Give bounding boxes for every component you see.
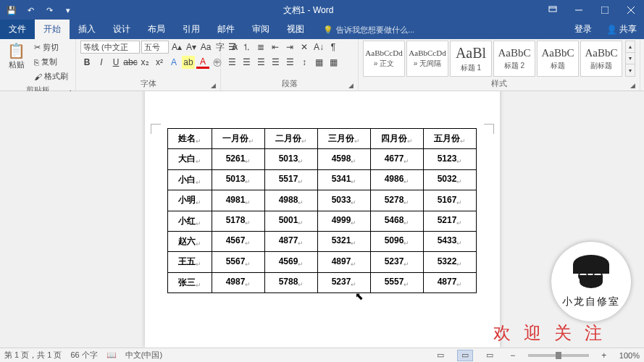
style-item[interactable]: AaBbC标题 [537, 41, 579, 77]
save-button[interactable]: 💾 [3, 1, 20, 19]
table-cell[interactable]: 三月份↵ [318, 129, 371, 149]
table-cell[interactable]: 王五↵ [168, 252, 212, 272]
borders-button[interactable]: ▦ [327, 56, 340, 69]
tab-file[interactable]: 文件 [0, 20, 35, 39]
bold-button[interactable]: B [80, 56, 93, 69]
table-cell[interactable]: 大白↵ [168, 149, 212, 169]
increase-indent-button[interactable]: ⇥ [283, 41, 296, 54]
table-cell[interactable]: 五月份↵ [424, 129, 477, 149]
qat-customize-button[interactable]: ▾ [59, 1, 77, 19]
table-row[interactable]: 小明↵4981↵4988↵5033↵5278↵5167↵ [168, 190, 477, 211]
underline-button[interactable]: U [109, 56, 122, 69]
table-cell[interactable]: 4567↵ [212, 231, 265, 251]
style-item[interactable]: AaBl标题 1 [450, 41, 492, 77]
table-cell[interactable]: 5278↵ [371, 190, 424, 211]
table-row[interactable]: 小白↵5013↵5517↵5341↵4986↵5032↵ [168, 169, 477, 190]
table-cell[interactable]: 4987↵ [212, 272, 265, 292]
tab-home[interactable]: 开始 [35, 20, 70, 39]
strikethrough-button[interactable]: abc [124, 56, 137, 69]
document-area[interactable]: 姓名↵一月份↵二月份↵三月份↵四月份↵五月份↵大白↵5261↵5013↵4598… [0, 91, 644, 348]
redo-button[interactable]: ↷ [41, 1, 58, 19]
table-header-row[interactable]: 姓名↵一月份↵二月份↵三月份↵四月份↵五月份↵ [168, 129, 477, 149]
word-count[interactable]: 66 个字 [70, 350, 97, 361]
zoom-in-button[interactable]: + [598, 349, 611, 362]
ribbon-options-button[interactable] [540, 0, 566, 20]
zoom-slider[interactable] [528, 354, 589, 357]
table-cell[interactable]: 4999↵ [318, 211, 371, 231]
maximize-button[interactable] [592, 0, 618, 20]
table-cell[interactable]: 小红↵ [168, 211, 212, 231]
font-family-select[interactable]: 等线 (中文正 [80, 41, 140, 54]
table-cell[interactable]: 5261↵ [212, 149, 265, 169]
justify-button[interactable]: ☰ [269, 56, 282, 69]
undo-button[interactable]: ↶ [22, 1, 39, 19]
table-cell[interactable]: 4877↵ [424, 272, 477, 292]
dialog-launcher-icon[interactable]: ◢ [211, 82, 216, 89]
align-right-button[interactable]: ☰ [254, 56, 267, 69]
distributed-button[interactable]: ☰ [283, 56, 296, 69]
decrease-indent-button[interactable]: ⇤ [269, 41, 282, 54]
table-cell[interactable]: 5167↵ [424, 190, 477, 211]
numbering-button[interactable]: ⒈ [240, 41, 253, 54]
table-cell[interactable]: 5567↵ [212, 252, 265, 272]
font-color-button[interactable]: A [196, 56, 209, 69]
table-cell[interactable]: 5788↵ [265, 272, 318, 292]
table-cell[interactable]: 5123↵ [424, 149, 477, 169]
signin-button[interactable]: 登录 [567, 20, 599, 39]
tab-view[interactable]: 视图 [278, 20, 313, 39]
superscript-button[interactable]: x² [153, 56, 166, 69]
style-item[interactable]: AaBbC副标题 [580, 41, 622, 77]
table-cell[interactable]: 5217↵ [424, 211, 477, 231]
table-cell[interactable]: 小明↵ [168, 190, 212, 211]
table-cell[interactable]: 5341↵ [318, 169, 371, 190]
table-cell[interactable]: 4988↵ [265, 190, 318, 211]
table-cell[interactable]: 张三↵ [168, 272, 212, 292]
close-button[interactable] [618, 0, 644, 20]
table-cell[interactable]: 4981↵ [212, 190, 265, 211]
table-cell[interactable]: 5557↵ [371, 272, 424, 292]
page[interactable]: 姓名↵一月份↵二月份↵三月份↵四月份↵五月份↵大白↵5261↵5013↵4598… [145, 91, 500, 348]
proofing-icon[interactable]: 📖 [106, 350, 117, 360]
table-cell[interactable]: 4986↵ [371, 169, 424, 190]
share-button[interactable]: 👤 共享 [599, 20, 644, 39]
table-cell[interactable]: 5013↵ [265, 149, 318, 169]
table-cell[interactable]: 5237↵ [371, 252, 424, 272]
tab-references[interactable]: 引用 [174, 20, 209, 39]
table-row[interactable]: 赵六↵4567↵4877↵5321↵5096↵5433↵ [168, 231, 477, 251]
table-row[interactable]: 大白↵5261↵5013↵4598↵4677↵5123↵ [168, 149, 477, 169]
table-cell[interactable]: 5178↵ [212, 211, 265, 231]
table-cell[interactable]: 4569↵ [265, 252, 318, 272]
text-effects-button[interactable]: A [167, 56, 180, 69]
language-status[interactable]: 中文(中国) [125, 350, 162, 361]
shading-button[interactable]: ▦ [312, 56, 325, 69]
print-layout-button[interactable]: ▭ [457, 350, 473, 361]
highlight-button[interactable]: ab [182, 56, 195, 69]
format-painter-button[interactable]: 🖌 格式刷 [31, 70, 71, 83]
show-marks-button[interactable]: ¶ [327, 41, 340, 54]
shrink-font-button[interactable]: A▾ [185, 41, 198, 54]
style-item[interactable]: AaBbCcDd» 无间隔 [406, 41, 448, 77]
cut-button[interactable]: ✂ 剪切 [31, 41, 71, 54]
bullets-button[interactable]: ☰ [225, 41, 238, 54]
style-item[interactable]: AaBbCcDd» 正文 [363, 41, 405, 77]
table-cell[interactable]: 4677↵ [371, 149, 424, 169]
align-left-button[interactable]: ☰ [225, 56, 238, 69]
dialog-launcher-icon[interactable]: ◢ [630, 82, 635, 89]
minimize-button[interactable] [566, 0, 592, 20]
table-cell[interactable]: 二月份↵ [265, 129, 318, 149]
tab-mailings[interactable]: 邮件 [209, 20, 243, 39]
styles-expand[interactable]: ▾ [626, 64, 635, 76]
table-cell[interactable]: 小白↵ [168, 169, 212, 190]
table-row[interactable]: 小红↵5178↵5001↵4999↵5468↵5217↵ [168, 211, 477, 231]
font-size-select[interactable]: 五号 [141, 41, 169, 54]
table-cell[interactable]: 5032↵ [424, 169, 477, 190]
styles-scroll-up[interactable]: ▴ [626, 41, 635, 53]
table-cell[interactable]: 姓名↵ [168, 129, 212, 149]
read-mode-button[interactable]: ▭ [432, 350, 448, 361]
tab-layout[interactable]: 布局 [139, 20, 174, 39]
table-cell[interactable]: 5096↵ [371, 231, 424, 251]
table-cell[interactable]: 一月份↵ [212, 129, 265, 149]
styles-gallery[interactable]: AaBbCcDd» 正文AaBbCcDd» 无间隔AaBl标题 1AaBbC标题… [363, 41, 622, 77]
table-cell[interactable]: 5013↵ [212, 169, 265, 190]
table-cell[interactable]: 5322↵ [424, 252, 477, 272]
